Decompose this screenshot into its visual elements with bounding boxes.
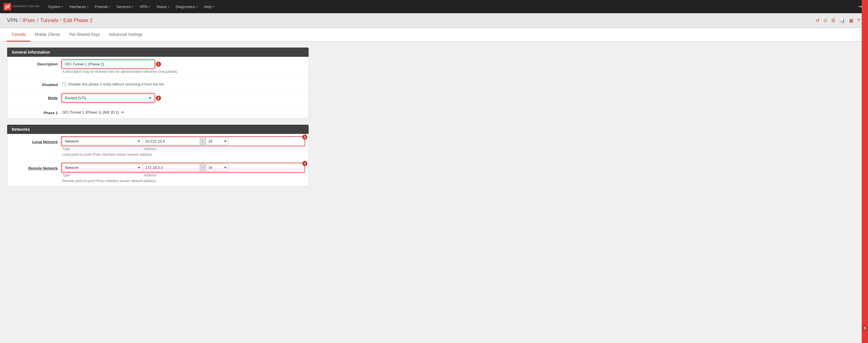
general-info-header: General Information bbox=[7, 47, 309, 57]
record-icon[interactable]: ⊙ bbox=[823, 17, 828, 24]
local-network-inputs: Network Address LAN subnet WAN subnet / … bbox=[62, 137, 304, 145]
mode-control: Routed (VTI) Tunnel Transport 2 bbox=[62, 94, 304, 102]
chevron-down-icon: ▾ bbox=[148, 5, 150, 8]
disabled-row: Disabled Disable this phase 2 entry with… bbox=[7, 77, 309, 91]
badge-4: 4 bbox=[302, 161, 307, 166]
breadcrumb-tunnels[interactable]: Tunnels bbox=[40, 18, 58, 24]
type-sublabel: Type bbox=[62, 147, 143, 151]
brand-logo: pf COMMUNITY EDITION bbox=[3, 3, 39, 10]
phase1-label: Phase 1 bbox=[12, 109, 58, 115]
local-network-row: Local Network Network Address LAN subnet… bbox=[7, 134, 309, 160]
tab-mobile-clients[interactable]: Mobile Clients bbox=[30, 28, 65, 42]
tab-pre-shared-keys[interactable]: Pre-Shared Keys bbox=[65, 28, 104, 42]
chevron-down-icon: ▾ bbox=[109, 5, 110, 8]
remote-network-label: Remote Network bbox=[12, 164, 58, 170]
phase1-control: OCI Tunnel 1 (Phase 1) (IKE ID 1) ✏ bbox=[62, 109, 304, 114]
breadcrumb-vpn: VPN bbox=[7, 18, 18, 24]
remote-network-type-select[interactable]: Network Address LAN subnet WAN subnet bbox=[62, 164, 143, 172]
local-network-address-input[interactable] bbox=[143, 137, 200, 145]
remote-addr-sublabel: Address bbox=[143, 173, 223, 177]
local-network-sublabels: Type Address bbox=[62, 147, 304, 151]
remote-network-controls: Network Address LAN subnet WAN subnet / … bbox=[62, 164, 304, 183]
tabs-bar: Tunnels Mobile Clients Pre-Shared Keys A… bbox=[0, 28, 868, 42]
slash-separator: / bbox=[200, 137, 206, 145]
remote-network-cidr-select[interactable]: 16 8 24 32 bbox=[206, 164, 229, 172]
nav-status[interactable]: Status ▾ bbox=[153, 3, 172, 10]
chevron-down-icon: ▾ bbox=[62, 5, 63, 8]
phase1-row: Phase 1 OCI Tunnel 1 (Phase 1) (IKE ID 1… bbox=[7, 106, 309, 118]
description-hint: A description may be entered here for ad… bbox=[62, 70, 304, 74]
chevron-down-icon: ▾ bbox=[168, 5, 169, 8]
disabled-check: Disable this phase 2 entry without remov… bbox=[62, 81, 304, 86]
disabled-control: Disable this phase 2 entry without remov… bbox=[62, 81, 304, 86]
local-network-type-select[interactable]: Network Address LAN subnet WAN subnet bbox=[62, 137, 143, 145]
nav-firewall[interactable]: Firewall ▾ bbox=[92, 3, 113, 10]
top-navbar: pf COMMUNITY EDITION System ▾ Interfaces… bbox=[0, 0, 868, 13]
general-info-body: Description 1 A description may be enter… bbox=[7, 57, 309, 118]
brand-edition: COMMUNITY EDITION bbox=[12, 5, 39, 8]
addr-sublabel: Address bbox=[143, 147, 223, 151]
disabled-label: Disabled bbox=[12, 81, 58, 87]
tab-tunnels[interactable]: Tunnels bbox=[7, 28, 30, 42]
phase1-value: OCI Tunnel 1 (Phase 1) (IKE ID 1) ✏ bbox=[62, 109, 304, 114]
slash-separator-2: / bbox=[200, 164, 206, 172]
main-content: General Information Description 1 A desc… bbox=[0, 42, 316, 198]
local-network-cidr-select[interactable]: 24 8 16 32 bbox=[206, 137, 229, 145]
general-information-section: General Information Description 1 A desc… bbox=[7, 47, 309, 119]
chevron-down-icon: ▾ bbox=[87, 5, 88, 8]
nav-vpn[interactable]: VPN ▾ bbox=[136, 3, 153, 10]
networks-header: Networks bbox=[7, 125, 309, 134]
breadcrumb: VPN / IPsec / Tunnels / Edit Phase 2 bbox=[7, 18, 93, 24]
remote-network-inputs: Network Address LAN subnet WAN subnet / … bbox=[62, 164, 304, 172]
chevron-down-icon: ▾ bbox=[132, 5, 133, 8]
badge-3: 3 bbox=[302, 135, 307, 140]
breadcrumb-bar: VPN / IPsec / Tunnels / Edit Phase 2 ↺ ⊙… bbox=[0, 13, 868, 28]
phase1-text: OCI Tunnel 1 (Phase 1) (IKE ID 1) bbox=[62, 110, 119, 114]
mode-select[interactable]: Routed (VTI) Tunnel Transport bbox=[62, 94, 154, 102]
nav-diagnostics[interactable]: Diagnostics ▾ bbox=[173, 3, 200, 10]
disabled-checkbox[interactable] bbox=[62, 82, 66, 86]
nav-help[interactable]: Help ▾ bbox=[201, 3, 217, 10]
breadcrumb-ipsec[interactable]: IPsec bbox=[22, 18, 35, 24]
nav-interfaces[interactable]: Interfaces ▾ bbox=[67, 3, 91, 10]
mode-row: Mode Routed (VTI) Tunnel Transport 2 bbox=[7, 91, 309, 106]
local-network-label: Local Network bbox=[12, 137, 58, 144]
remote-type-sublabel: Type bbox=[62, 173, 143, 177]
nav-system[interactable]: System ▾ bbox=[45, 3, 66, 10]
disabled-check-label: Disable this phase 2 entry without remov… bbox=[68, 82, 165, 86]
local-network-hint: Local point-to-point IPsec interface tun… bbox=[62, 152, 304, 157]
help-icon[interactable]: ? bbox=[856, 18, 861, 24]
nav-services[interactable]: Services ▾ bbox=[114, 3, 136, 10]
pfsense-logo-text: pf bbox=[3, 3, 11, 10]
nav-menu: System ▾ Interfaces ▾ Firewall ▾ Service… bbox=[45, 3, 856, 10]
edit-phase1-icon[interactable]: ✏ bbox=[121, 110, 124, 114]
description-input[interactable] bbox=[62, 60, 154, 68]
chevron-down-icon: ▾ bbox=[196, 5, 197, 8]
description-control: 1 A description may be entered here for … bbox=[62, 60, 304, 74]
description-label: Description bbox=[12, 60, 58, 66]
badge-1: 1 bbox=[156, 62, 161, 67]
refresh-icon[interactable]: ↺ bbox=[815, 17, 820, 24]
remote-network-sublabels: Type Address bbox=[62, 173, 304, 177]
chevron-down-icon: ▾ bbox=[213, 5, 214, 8]
breadcrumb-current: Edit Phase 2 bbox=[63, 18, 92, 24]
tab-advanced-settings[interactable]: Advanced Settings bbox=[104, 28, 147, 42]
local-network-controls: Network Address LAN subnet WAN subnet / … bbox=[62, 137, 304, 157]
mode-label: Mode bbox=[12, 94, 58, 100]
grid-icon[interactable]: ▦ bbox=[848, 17, 855, 24]
networks-body: Local Network Network Address LAN subnet… bbox=[7, 134, 309, 186]
right-sidebar-annotation: 5 bbox=[862, 0, 868, 198]
remote-network-row: Remote Network Network Address LAN subne… bbox=[7, 160, 309, 186]
description-row: Description 1 A description may be enter… bbox=[7, 57, 309, 77]
list-icon[interactable]: ☰ bbox=[830, 17, 836, 24]
chart-icon[interactable]: 📊 bbox=[838, 17, 846, 24]
remote-network-hint: Remote point-to-point IPsec interface tu… bbox=[62, 179, 304, 183]
badge-2: 2 bbox=[156, 96, 161, 101]
remote-network-address-input[interactable] bbox=[143, 164, 200, 172]
breadcrumb-actions: ↺ ⊙ ☰ 📊 ▦ ? bbox=[815, 17, 861, 24]
networks-section: Networks Local Network Network Address L… bbox=[7, 125, 309, 187]
